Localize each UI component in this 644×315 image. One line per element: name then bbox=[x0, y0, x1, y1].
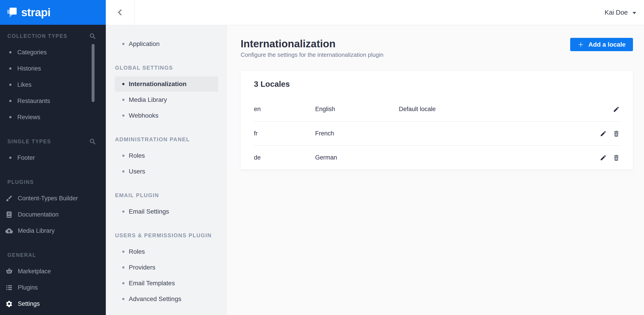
locale-name: German bbox=[315, 154, 399, 161]
sidebar-item-plugins[interactable]: Plugins bbox=[0, 279, 106, 296]
add-locale-button[interactable]: Add a locale bbox=[570, 38, 633, 51]
sidebar-item-label: Documentation bbox=[18, 211, 59, 218]
chevron-left-icon bbox=[116, 9, 124, 16]
bullet-icon bbox=[122, 43, 124, 45]
sidebar-item-label: Media Library bbox=[18, 227, 55, 234]
trash-icon bbox=[613, 154, 620, 161]
brand-name: strapi bbox=[21, 6, 50, 19]
nav-section-collection-types: COLLECTION TYPES bbox=[0, 28, 106, 44]
sidebar-item-label: Content-Types Builder bbox=[18, 195, 78, 202]
bullet-icon bbox=[122, 99, 124, 101]
bullet-icon bbox=[9, 157, 12, 159]
locale-name: English bbox=[315, 106, 399, 113]
add-locale-label: Add a locale bbox=[588, 41, 626, 48]
sidebar-item-reviews[interactable]: Reviews bbox=[0, 109, 106, 125]
settings-item-label: Advanced Settings bbox=[129, 295, 182, 302]
edit-locale-button[interactable] bbox=[613, 106, 620, 113]
bullet-icon bbox=[122, 155, 124, 157]
locale-code: en bbox=[254, 106, 315, 113]
strapi-logo[interactable]: strapi bbox=[0, 0, 106, 25]
settings-item-label: Users bbox=[129, 168, 145, 175]
settings-item-label: Email Templates bbox=[129, 280, 175, 287]
bullet-icon bbox=[9, 67, 12, 70]
settings-sidebar: Application GLOBAL SETTINGS Internationa… bbox=[106, 25, 227, 315]
bullet-icon bbox=[122, 170, 124, 173]
page-header: Internationalization Configure the setti… bbox=[241, 38, 633, 58]
settings-section-users-permissions-plugin: USERS & PERMISSIONS PLUGIN bbox=[106, 227, 227, 244]
settings-item-media-library[interactable]: Media Library bbox=[115, 92, 218, 108]
main-content: Internationalization Configure the setti… bbox=[227, 25, 644, 315]
edit-locale-button[interactable] bbox=[600, 154, 607, 161]
row-actions bbox=[600, 130, 620, 137]
page-title: Internationalization bbox=[241, 38, 384, 50]
settings-item-admin-roles[interactable]: Roles bbox=[115, 148, 218, 163]
delete-locale-button[interactable] bbox=[613, 130, 620, 137]
sidebar-scrollbar[interactable] bbox=[92, 44, 94, 102]
paintbrush-icon bbox=[6, 195, 13, 202]
settings-item-admin-users[interactable]: Users bbox=[115, 164, 218, 179]
settings-item-label: Providers bbox=[129, 264, 155, 271]
sidebar-item-media-library[interactable]: Media Library bbox=[0, 223, 106, 239]
bullet-icon bbox=[122, 266, 124, 268]
settings-item-email-settings[interactable]: Email Settings bbox=[115, 204, 218, 219]
gear-icon bbox=[6, 300, 13, 307]
bullet-icon bbox=[122, 83, 124, 85]
settings-item-advanced-settings[interactable]: Advanced Settings bbox=[115, 291, 218, 307]
edit-locale-button[interactable] bbox=[600, 130, 607, 137]
row-actions bbox=[600, 154, 620, 161]
bullet-icon bbox=[9, 100, 12, 102]
search-icon[interactable] bbox=[89, 138, 96, 145]
sidebar-item-documentation[interactable]: Documentation bbox=[0, 206, 106, 223]
sidebar-item-content-types-builder[interactable]: Content-Types Builder bbox=[0, 190, 106, 206]
settings-item-label: Roles bbox=[129, 248, 145, 255]
sidebar-item-histories[interactable]: Histories bbox=[0, 60, 106, 77]
sidebar-item-label: Categories bbox=[17, 49, 47, 56]
settings-item-application[interactable]: Application bbox=[115, 36, 218, 52]
sidebar-item-likes[interactable]: Likes bbox=[0, 77, 106, 93]
pencil-icon bbox=[600, 130, 607, 137]
sidebar-item-label: Plugins bbox=[18, 284, 38, 291]
settings-item-label: Internationalization bbox=[129, 81, 186, 88]
settings-section-email-plugin: EMAIL PLUGIN bbox=[106, 187, 227, 203]
bullet-icon bbox=[9, 51, 12, 53]
locale-row-en: en English Default locale bbox=[254, 97, 620, 121]
sidebar-item-label: Footer bbox=[17, 154, 35, 161]
sidebar-item-marketplace[interactable]: Marketplace bbox=[0, 263, 106, 279]
sidebar-item-settings[interactable]: Settings bbox=[0, 296, 106, 312]
bullet-icon bbox=[122, 282, 124, 284]
nav-section-single-types: SINGLE TYPES bbox=[0, 133, 106, 150]
user-name: Kai Doe bbox=[604, 9, 628, 16]
sidebar-item-label: Settings bbox=[18, 300, 40, 307]
sidebar-item-restaurants[interactable]: Restaurants bbox=[0, 93, 106, 109]
back-button[interactable] bbox=[106, 0, 135, 25]
settings-item-up-roles[interactable]: Roles bbox=[115, 244, 218, 259]
bullet-icon bbox=[9, 116, 12, 118]
plus-icon bbox=[578, 42, 584, 48]
user-menu[interactable]: Kai Doe bbox=[604, 0, 644, 25]
search-icon[interactable] bbox=[89, 33, 96, 40]
trash-icon bbox=[613, 130, 620, 137]
pencil-icon bbox=[600, 154, 607, 161]
sidebar-item-categories[interactable]: Categories bbox=[0, 44, 106, 60]
basket-icon bbox=[6, 268, 13, 275]
settings-section-administration-panel: ADMINISTRATION PANEL bbox=[106, 131, 227, 148]
bullet-icon bbox=[122, 298, 124, 300]
settings-item-label: Email Settings bbox=[129, 208, 169, 215]
caret-down-icon bbox=[632, 12, 636, 14]
settings-item-webhooks[interactable]: Webhooks bbox=[115, 108, 218, 123]
sidebar-item-footer[interactable]: Footer bbox=[0, 150, 106, 166]
settings-item-label: Application bbox=[129, 40, 160, 48]
settings-item-email-templates[interactable]: Email Templates bbox=[115, 275, 218, 291]
settings-item-label: Webhooks bbox=[129, 112, 158, 119]
settings-item-label: Media Library bbox=[129, 96, 167, 103]
strapi-logo-icon bbox=[7, 7, 17, 18]
settings-item-internationalization[interactable]: Internationalization bbox=[115, 76, 218, 92]
locale-row-de: de German bbox=[254, 145, 620, 169]
bullet-icon bbox=[122, 250, 124, 253]
locale-row-fr: fr French bbox=[254, 121, 620, 145]
delete-locale-button[interactable] bbox=[613, 154, 620, 161]
sidebar-item-label: Likes bbox=[17, 81, 32, 88]
locale-note: Default locale bbox=[399, 106, 613, 113]
settings-item-providers[interactable]: Providers bbox=[115, 260, 218, 275]
row-actions bbox=[613, 106, 620, 113]
